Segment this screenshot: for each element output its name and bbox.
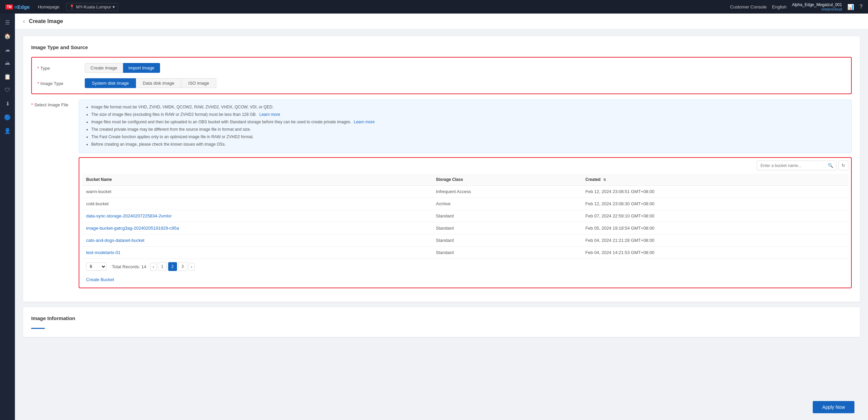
sort-icon[interactable]: ⇅ — [603, 178, 606, 182]
created-cell-1: Feb 12, 2024 23:08:30 GMT+08:00 — [581, 198, 848, 210]
created-cell-5: Feb 04, 2024 14:21:53 GMT+08:00 — [581, 247, 848, 259]
top-nav: TM α Edge Homepage 📍 MY-Kuala Lumpur ▾ C… — [0, 0, 868, 14]
col-created: Created ⇅ — [581, 174, 848, 186]
created-cell-4: Feb 04, 2024 21:21:28 GMT+08:00 — [581, 234, 848, 247]
bucket-name-cell-3[interactable]: image-bucket-gatcg3ag-20240205191829-c95… — [82, 222, 432, 234]
storage-class-cell-5: Standard — [432, 247, 581, 259]
info-item-2: Image files must be configured and then … — [91, 119, 846, 125]
table-row: warm-bucketInfrequent AccessFeb 12, 2024… — [82, 186, 848, 198]
created-cell-3: Feb 05, 2024 19:18:54 GMT+08:00 — [581, 222, 848, 234]
bucket-name-cell-2[interactable]: data-sync-storage-20240207225834-2vmlxr — [82, 210, 432, 222]
sidebar-home-icon[interactable]: 🏠 — [1, 30, 14, 42]
table-row: image-bucket-gatcg3ag-20240205191829-c95… — [82, 222, 848, 234]
select-image-file-row: * Select Image File Image file format mu… — [31, 100, 852, 288]
sidebar-circle-icon[interactable]: 🔵 — [1, 111, 14, 123]
info-item-5: Before creating an image, please check t… — [91, 141, 846, 147]
image-information-section: Image Information — [23, 307, 860, 337]
learn-more-2[interactable]: Learn more — [354, 120, 375, 124]
info-item-3: The created private image may be differe… — [91, 126, 846, 132]
image-type-label: * Image Type — [37, 78, 85, 86]
storage-class-cell-0: Infrequent Access — [432, 186, 581, 198]
page-title: Create Image — [29, 18, 63, 24]
section-title-info: Image Information — [31, 315, 852, 321]
storage-class-cell-4: Standard — [432, 234, 581, 247]
search-button[interactable]: 🔍 — [825, 161, 836, 170]
image-type-btn-group: System disk image Data disk image ISO im… — [85, 78, 846, 88]
storage-class-cell-3: Standard — [432, 222, 581, 234]
created-cell-2: Feb 07, 2024 22:59:10 GMT+08:00 — [581, 210, 848, 222]
select-image-control: Image file format must be VHD, ZVHD, VMD… — [79, 100, 852, 288]
pin-icon: 📍 — [69, 4, 75, 9]
type-control: Create Image Import Image — [85, 63, 846, 73]
info-box: Image file format must be VHD, ZVHD, VMD… — [79, 100, 852, 153]
create-image-btn[interactable]: Create Image — [85, 63, 123, 73]
info-item-1: The size of image files (excluding files… — [91, 111, 846, 118]
sidebar-download-icon[interactable]: ⬇ — [1, 98, 14, 110]
logo-alpha-icon: α — [14, 4, 17, 9]
help-icon[interactable]: ? — [860, 4, 863, 10]
apply-now-button[interactable]: Apply Now — [813, 401, 854, 413]
logo-edge-text: Edge — [17, 4, 30, 10]
page-1-btn[interactable]: 1 — [158, 262, 167, 271]
data-disk-btn[interactable]: Data disk image — [136, 78, 181, 88]
bucket-name-cell-0: warm-bucket — [82, 186, 432, 198]
sidebar: ☰ 🏠 ☁ ⛰ 📋 🛡 ⬇ 🔵 👤 — [0, 14, 15, 420]
bucket-name-cell-5[interactable]: test-modelarts-01 — [82, 247, 432, 259]
image-type-control: System disk image Data disk image ISO im… — [85, 78, 846, 88]
prev-page-btn[interactable]: ‹ — [150, 263, 156, 271]
image-type-required: * — [37, 81, 39, 86]
per-page-dropdown[interactable]: 6 10 20 — [86, 262, 106, 271]
sidebar-menu-icon[interactable]: ☰ — [1, 16, 14, 28]
back-button[interactable]: ‹ — [23, 18, 25, 24]
table-row: cold-bucketArchiveFeb 12, 2024 23:08:30 … — [82, 198, 848, 210]
page-header: ‹ Create Image — [15, 14, 868, 29]
storage-class-cell-1: Archive — [432, 198, 581, 210]
iso-image-btn[interactable]: ISO image — [181, 78, 216, 88]
bucket-table: Bucket Name Storage Class Created ⇅ warm… — [82, 174, 848, 259]
create-bucket-link[interactable]: Create Bucket — [82, 274, 118, 285]
image-type-source-section: Image Type and Source * Type Create Imag… — [23, 36, 860, 302]
next-page-btn[interactable]: › — [189, 263, 195, 271]
section-divider — [31, 328, 45, 329]
table-row: data-sync-storage-20240207225834-2vmlxrS… — [82, 210, 848, 222]
page-controls: ‹ 1 2 3 › — [150, 262, 195, 271]
bucket-table-box: 🔍 ↻ Bucket Name Storage Class — [79, 157, 852, 288]
chart-icon[interactable]: 📊 — [847, 4, 854, 10]
region-selector[interactable]: 📍 MY-Kuala Lumpur ▾ — [66, 3, 118, 11]
info-list: Image file format must be VHD, ZVHD, VMD… — [84, 104, 846, 147]
select-required: * — [31, 102, 33, 107]
total-records: Total Records: 14 — [112, 264, 146, 269]
table-header-row: Bucket Name Storage Class Created ⇅ — [82, 174, 848, 186]
refresh-button[interactable]: ↻ — [839, 161, 848, 170]
sidebar-cloud-icon[interactable]: ☁ — [1, 43, 14, 56]
col-storage-class: Storage Class — [432, 174, 581, 186]
import-image-btn[interactable]: Import Image — [123, 63, 160, 73]
homepage-link[interactable]: Homepage — [38, 4, 60, 9]
type-label: * Type — [37, 63, 85, 71]
sidebar-mountain-icon[interactable]: ⛰ — [1, 57, 14, 69]
page-2-btn[interactable]: 2 — [168, 262, 177, 271]
info-item-0: Image file format must be VHD, ZVHD, VMD… — [91, 104, 846, 110]
sidebar-user-icon[interactable]: 👤 — [1, 125, 14, 137]
pagination: 6 10 20 Total Records: 14 ‹ 1 2 3 — [82, 259, 848, 274]
content-area: Image Type and Source * Type Create Imag… — [15, 29, 868, 349]
learn-more-1[interactable]: Learn more — [259, 112, 280, 117]
sidebar-shield-icon[interactable]: 🛡 — [1, 84, 14, 96]
info-item-4: The Fast Create function applies only to… — [91, 134, 846, 140]
system-disk-btn[interactable]: System disk image — [85, 78, 136, 88]
logo-tm-icon: TM — [5, 4, 13, 9]
user-sub: oneprocloud — [822, 7, 842, 11]
customer-console-link[interactable]: Customer Console — [730, 4, 767, 9]
bucket-name-cell-4[interactable]: cats-and-dogs-dataset-bucket — [82, 234, 432, 247]
bucket-name-cell-1: cold-bucket — [82, 198, 432, 210]
user-name: Alpha_Edge_Megatzul_001 — [792, 2, 842, 7]
language-link[interactable]: English — [772, 4, 787, 9]
table-row: cats-and-dogs-dataset-bucketStandardFeb … — [82, 234, 848, 247]
bucket-search-input[interactable] — [757, 161, 825, 170]
type-btn-group: Create Image Import Image — [85, 63, 846, 73]
page-3-btn[interactable]: 3 — [178, 262, 187, 271]
type-selection-box: * Type Create Image Import Image * Ima — [31, 57, 852, 94]
sidebar-list-icon[interactable]: 📋 — [1, 70, 14, 83]
per-page-select: 6 10 20 — [86, 262, 106, 271]
top-nav-right: Customer Console English Alpha_Edge_Mega… — [730, 2, 863, 11]
